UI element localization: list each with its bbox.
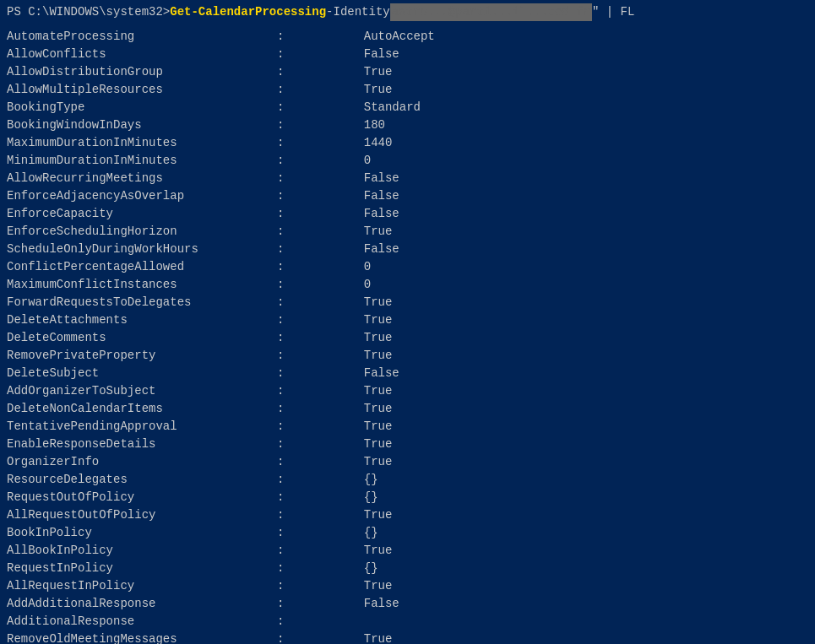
table-row: AutomateProcessing:AutoAccept — [7, 28, 808, 46]
output-val: 0 — [364, 258, 808, 276]
output-key: OrganizerInfo — [7, 453, 277, 471]
output-key: BookingType — [7, 99, 277, 116]
output-val: True — [364, 542, 808, 560]
output-sep: : — [277, 258, 364, 276]
output-sep: : — [277, 577, 364, 595]
output-key: RequestInPolicy — [7, 560, 277, 577]
prompt: PS C:\WINDOWS\system32> — [7, 3, 170, 21]
output-sep: : — [277, 170, 364, 187]
output-val: True — [364, 311, 808, 329]
table-row: DeleteNonCalendarItems:True — [7, 400, 808, 418]
output-sep: : — [277, 560, 364, 577]
table-row: ConflictPercentageAllowed:0 — [7, 258, 808, 276]
output-sep: : — [277, 630, 364, 644]
output-val: False — [364, 187, 808, 205]
output-val: True — [364, 81, 808, 99]
output-val: True — [364, 436, 808, 453]
output-val: False — [364, 365, 808, 382]
table-row: EnforceCapacity:False — [7, 205, 808, 223]
output-sep: : — [277, 46, 364, 63]
table-row: RequestInPolicy:{} — [7, 560, 808, 577]
output-sep: : — [277, 152, 364, 170]
output-val: False — [364, 205, 808, 223]
table-row: AddAdditionalResponse:False — [7, 595, 808, 613]
command-keyword: Get-CalendarProcessing — [170, 3, 326, 21]
output-key: ConflictPercentageAllowed — [7, 258, 277, 276]
output-sep: : — [277, 294, 364, 311]
output-key: TentativePendingApproval — [7, 418, 277, 436]
output-sep: : — [277, 205, 364, 223]
output-sep: : — [277, 453, 364, 471]
output-sep: : — [277, 81, 364, 99]
output-sep: : — [277, 418, 364, 436]
output-val: True — [364, 577, 808, 595]
table-row: ScheduleOnlyDuringWorkHours:False — [7, 241, 808, 258]
table-row: EnableResponseDetails:True — [7, 436, 808, 453]
output-key: EnforceCapacity — [7, 205, 277, 223]
terminal-window: PS C:\WINDOWS\system32> Get-CalendarProc… — [0, 0, 815, 644]
output-key: BookInPolicy — [7, 524, 277, 542]
table-row: AllowMultipleResources:True — [7, 81, 808, 99]
output-sep: : — [277, 506, 364, 524]
output-key: AllowRecurringMeetings — [7, 170, 277, 187]
table-row: DeleteAttachments:True — [7, 311, 808, 329]
output-val: True — [364, 630, 808, 644]
output-sep: : — [277, 63, 364, 81]
output-key: DeleteAttachments — [7, 311, 277, 329]
output-key: AdditionalResponse — [7, 613, 277, 630]
output-val: 1440 — [364, 134, 808, 152]
output-key: AllowConflicts — [7, 46, 277, 63]
output-sep: : — [277, 382, 364, 400]
output-key: ForwardRequestsToDelegates — [7, 294, 277, 311]
output-sep: : — [277, 241, 364, 258]
output-sep: : — [277, 436, 364, 453]
output-val: True — [364, 329, 808, 347]
table-row: AddOrganizerToSubject:True — [7, 382, 808, 400]
output-sep: : — [277, 595, 364, 613]
output-val: {} — [364, 471, 808, 489]
output-key: AllRequestOutOfPolicy — [7, 506, 277, 524]
table-row: AdditionalResponse: — [7, 613, 808, 630]
output-sep: : — [277, 134, 364, 152]
output-val: True — [364, 453, 808, 471]
output-key: MaximumConflictInstances — [7, 276, 277, 294]
output-val: True — [364, 506, 808, 524]
identity-value: astro...@parti...il...ted.fr — [390, 3, 592, 21]
output-key: DeleteNonCalendarItems — [7, 400, 277, 418]
table-row: AllowDistributionGroup:True — [7, 63, 808, 81]
output-key: AllowDistributionGroup — [7, 63, 277, 81]
output-key: MaximumDurationInMinutes — [7, 134, 277, 152]
output-sep: : — [277, 28, 364, 46]
output-sep: : — [277, 365, 364, 382]
output-sep: : — [277, 542, 364, 560]
table-row: AllRequestInPolicy:True — [7, 577, 808, 595]
table-row: RemoveOldMeetingMessages:True — [7, 630, 808, 644]
output-val: True — [364, 382, 808, 400]
output-sep: : — [277, 489, 364, 506]
output-sep: : — [277, 116, 364, 134]
table-row: EnforceSchedulingHorizon:True — [7, 223, 808, 241]
command-pipe: " | FL — [592, 3, 634, 21]
output-key: EnforceSchedulingHorizon — [7, 223, 277, 241]
output-key: AllBookInPolicy — [7, 542, 277, 560]
output-val: True — [364, 347, 808, 365]
output-val: 0 — [364, 276, 808, 294]
output-val: False — [364, 170, 808, 187]
output-sep: : — [277, 400, 364, 418]
output-table: AutomateProcessing:AutoAcceptAllowConfli… — [7, 28, 808, 644]
output-key: ScheduleOnlyDuringWorkHours — [7, 241, 277, 258]
table-row: AllowRecurringMeetings:False — [7, 170, 808, 187]
output-val: True — [364, 400, 808, 418]
output-val: {} — [364, 560, 808, 577]
output-val: True — [364, 418, 808, 436]
output-sep: : — [277, 187, 364, 205]
output-key: RemovePrivateProperty — [7, 347, 277, 365]
output-key: AddOrganizerToSubject — [7, 382, 277, 400]
output-val: False — [364, 241, 808, 258]
table-row: DeleteComments:True — [7, 329, 808, 347]
output-sep: : — [277, 99, 364, 116]
output-key: AllRequestInPolicy — [7, 577, 277, 595]
table-row: RequestOutOfPolicy:{} — [7, 489, 808, 506]
output-key: BookingWindowInDays — [7, 116, 277, 134]
output-val: True — [364, 223, 808, 241]
